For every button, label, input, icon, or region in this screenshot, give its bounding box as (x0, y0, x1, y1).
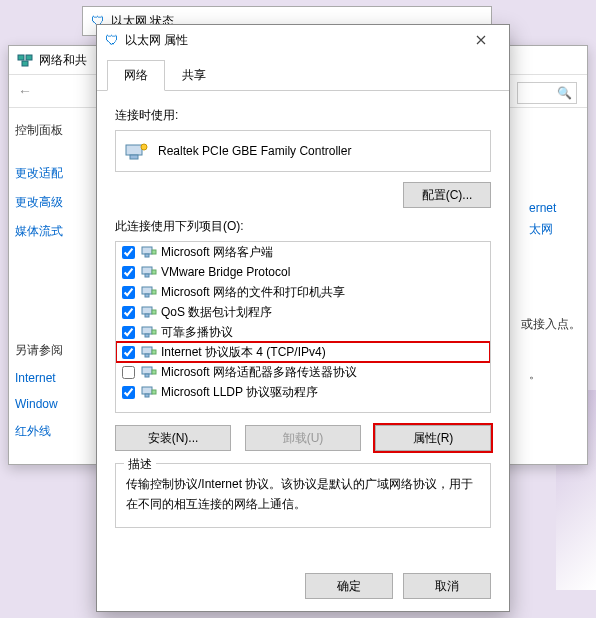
svg-point-5 (141, 144, 147, 150)
svg-rect-12 (142, 287, 152, 294)
bg-right-text-3: 或接入点。 (521, 316, 581, 333)
svg-rect-17 (152, 310, 156, 314)
close-icon (476, 35, 486, 45)
svg-rect-19 (145, 334, 149, 337)
bg-right-link-2[interactable]: 太网 (529, 221, 553, 238)
item-label: Microsoft LLDP 协议驱动程序 (161, 384, 318, 401)
sidebar-item-media[interactable]: 媒体流式 (15, 217, 81, 246)
protocol-icon (141, 385, 157, 399)
sidebar-heading: 控制面板 (15, 116, 81, 145)
item-checkbox[interactable] (122, 326, 135, 339)
item-checkbox[interactable] (122, 306, 135, 319)
svg-rect-13 (145, 294, 149, 297)
components-listbox[interactable]: Microsoft 网络客户端VMware Bridge ProtocolMic… (115, 241, 491, 413)
shield-icon: 🛡 (105, 32, 119, 48)
uninstall-button: 卸载(U) (245, 425, 361, 451)
svg-rect-23 (152, 350, 156, 354)
list-item[interactable]: Microsoft 网络适配器多路传送器协议 (116, 362, 490, 382)
list-item[interactable]: QoS 数据包计划程序 (116, 302, 490, 322)
list-item[interactable]: Microsoft LLDP 协议驱动程序 (116, 382, 490, 402)
item-checkbox[interactable] (122, 286, 135, 299)
svg-rect-2 (22, 61, 28, 66)
svg-rect-25 (145, 374, 149, 377)
dialog-title: 以太网 属性 (125, 32, 461, 49)
tab-share[interactable]: 共享 (165, 60, 223, 91)
svg-rect-28 (145, 394, 149, 397)
list-item[interactable]: Microsoft 网络客户端 (116, 242, 490, 262)
item-label: QoS 数据包计划程序 (161, 304, 272, 321)
svg-rect-24 (142, 367, 152, 374)
item-checkbox[interactable] (122, 246, 135, 259)
install-button[interactable]: 安装(N)... (115, 425, 231, 451)
svg-rect-15 (142, 307, 152, 314)
svg-rect-16 (145, 314, 149, 317)
item-label: Microsoft 网络的文件和打印机共享 (161, 284, 345, 301)
ok-button[interactable]: 确定 (305, 573, 393, 599)
network-adapter-icon (124, 141, 148, 161)
sidebar-see-ir[interactable]: 红外线 (15, 417, 81, 446)
item-checkbox[interactable] (122, 366, 135, 379)
description-text: 传输控制协议/Internet 协议。该协议是默认的广域网络协议，用于在不同的相… (126, 474, 480, 515)
close-button[interactable] (461, 28, 501, 52)
svg-rect-14 (152, 290, 156, 294)
tab-network[interactable]: 网络 (107, 60, 165, 91)
svg-rect-22 (145, 354, 149, 357)
configure-button[interactable]: 配置(C)... (403, 182, 491, 208)
svg-rect-8 (152, 250, 156, 254)
list-item[interactable]: 可靠多播协议 (116, 322, 490, 342)
protocol-icon (141, 245, 157, 259)
dialog-titlebar: 🛡 以太网 属性 (97, 25, 509, 55)
item-label: Microsoft 网络适配器多路传送器协议 (161, 364, 357, 381)
svg-rect-9 (142, 267, 152, 274)
bg-sidebar: 控制面板 更改适配 更改高级 媒体流式 另请参阅 Internet Window… (9, 108, 81, 446)
ethernet-properties-dialog: 🛡 以太网 属性 网络 共享 连接时使用: Realtek PCIe GBE F… (96, 24, 510, 612)
svg-rect-27 (142, 387, 152, 394)
svg-rect-21 (142, 347, 152, 354)
svg-rect-1 (26, 55, 32, 60)
sidebar-item-advanced[interactable]: 更改高级 (15, 188, 81, 217)
cancel-button[interactable]: 取消 (403, 573, 491, 599)
item-checkbox[interactable] (122, 346, 135, 359)
sidebar-see-internet[interactable]: Internet (15, 365, 81, 391)
bg-title: 网络和共 (39, 52, 87, 69)
properties-button[interactable]: 属性(R) (375, 425, 491, 451)
search-icon: 🔍 (557, 86, 572, 100)
svg-rect-0 (18, 55, 24, 60)
svg-rect-18 (142, 327, 152, 334)
bg-search-box[interactable]: 制面板 🔍 (517, 82, 577, 104)
list-item[interactable]: Internet 协议版本 4 (TCP/IPv4) (116, 342, 490, 362)
protocol-icon (141, 325, 157, 339)
protocol-icon (141, 345, 157, 359)
svg-rect-6 (142, 247, 152, 254)
protocol-icon (141, 365, 157, 379)
bg-right-link-1[interactable]: ernet (529, 201, 556, 215)
svg-rect-26 (152, 370, 156, 374)
description-group: 描述 传输控制协议/Internet 协议。该协议是默认的广域网络协议，用于在不… (115, 463, 491, 528)
adapter-name: Realtek PCIe GBE Family Controller (158, 144, 351, 158)
tab-strip: 网络 共享 (97, 59, 509, 91)
item-checkbox[interactable] (122, 386, 135, 399)
item-label: 可靠多播协议 (161, 324, 233, 341)
item-label: VMware Bridge Protocol (161, 265, 290, 279)
item-checkbox[interactable] (122, 266, 135, 279)
svg-rect-10 (145, 274, 149, 277)
sidebar-item-adapter[interactable]: 更改适配 (15, 159, 81, 188)
back-arrow-icon[interactable]: ← (13, 79, 37, 103)
description-title: 描述 (124, 456, 156, 473)
item-label: Microsoft 网络客户端 (161, 244, 273, 261)
svg-rect-7 (145, 254, 149, 257)
item-label: Internet 协议版本 4 (TCP/IPv4) (161, 344, 326, 361)
connect-using-label: 连接时使用: (115, 107, 491, 124)
protocol-icon (141, 305, 157, 319)
adapter-box: Realtek PCIe GBE Family Controller (115, 130, 491, 172)
bg-right-text-4: 。 (529, 366, 541, 383)
list-item[interactable]: VMware Bridge Protocol (116, 262, 490, 282)
svg-rect-29 (152, 390, 156, 394)
svg-rect-4 (130, 155, 138, 159)
protocol-icon (141, 285, 157, 299)
sidebar-see-also: 另请参阅 (15, 336, 81, 365)
svg-rect-3 (126, 145, 142, 155)
list-item[interactable]: Microsoft 网络的文件和打印机共享 (116, 282, 490, 302)
sidebar-see-windows[interactable]: Window (15, 391, 81, 417)
svg-rect-20 (152, 330, 156, 334)
